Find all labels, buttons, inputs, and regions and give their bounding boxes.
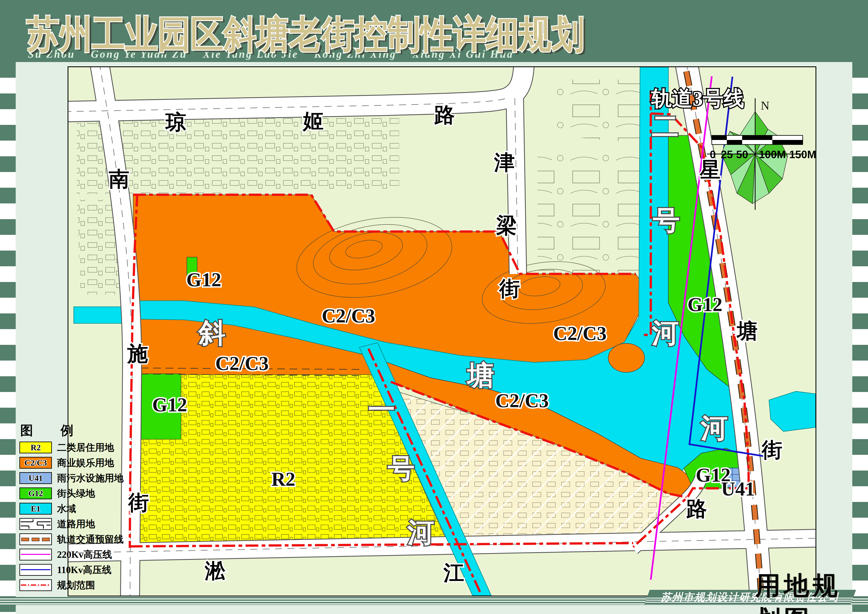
legend-row-road: 道路用地 — [17, 516, 174, 531]
zone-label-U41: U41 — [721, 478, 755, 500]
legend-row-e1: E1 水域 — [17, 500, 174, 516]
zone-label-G12-b: G12 — [152, 394, 187, 416]
street-char-tang-rd: 塘 — [736, 319, 758, 343]
scale-tick-50: 50 — [736, 149, 748, 160]
checker-border-right — [852, 62, 868, 614]
river-char-he-1: 河 — [701, 413, 728, 443]
legend-code: G12 — [28, 488, 43, 498]
street-char-jie-e: 街 — [761, 439, 783, 461]
street-char-jiang: 江 — [443, 561, 464, 585]
street-char-jie-m: 街 — [499, 277, 520, 300]
legend-row-rail: 轨道交通预留线 — [17, 531, 174, 546]
legend-label: 道路用地 — [57, 518, 95, 530]
legend-label: 220Kv高压线 — [57, 548, 112, 561]
street-char-shi: 施 — [127, 343, 148, 365]
zone-label-C2C3-a: C2/C3 — [322, 305, 375, 327]
legend-swatch-r2: R2 — [19, 442, 52, 453]
canal-char-hao-1: 号 — [388, 454, 415, 483]
legend-swatch-c2c3: C2/C3 — [19, 457, 52, 469]
street-char-nan: 南 — [109, 167, 129, 191]
legend-row-r2: R2 二类居住用地 — [17, 439, 174, 454]
legend-code: C2/C3 — [25, 458, 47, 468]
legend-row-110kv: 110Kv高压线 — [17, 561, 174, 577]
planning-map: N 0 25 50 100M 150M 轨道3号线 琼 姬 路 南 施 街 津 … — [68, 67, 815, 595]
legend-label: 规划范围 — [57, 579, 95, 592]
canal-char-yi: 一 — [368, 395, 395, 425]
scale-tick-150: 150M — [789, 149, 815, 160]
legend-title: 图 例 — [20, 422, 174, 439]
road-swatch-icon — [21, 519, 51, 529]
zone-label-R2: R2 — [271, 468, 295, 490]
legend-row-u41: U41 雨污水设施用地 — [17, 470, 174, 485]
street-char-ji: 姬 — [302, 110, 324, 133]
checker-border-left — [0, 62, 16, 614]
map-sheet-title: 用地规划图 — [755, 569, 868, 614]
zone-label-C2C3-d: C2/C3 — [495, 390, 549, 412]
legend-label: 轨道交通预留线 — [57, 533, 124, 546]
legend-swatch-g12: G12 — [19, 487, 52, 499]
legend-label: 街头绿地 — [57, 487, 95, 500]
zone-label-C2C3-c: C2/C3 — [553, 323, 607, 344]
river-char-tang: 塘 — [466, 361, 494, 390]
scale-tick-100: 100M — [759, 149, 786, 160]
street-char-lu-top: 路 — [434, 104, 455, 127]
river-char-er: 二 — [652, 112, 679, 141]
rail-line-label: 轨道3号线 — [651, 87, 744, 110]
legend-code: R2 — [31, 443, 41, 452]
zone-commercial-island — [608, 343, 645, 372]
canal-char-he-2: 河 — [407, 518, 434, 547]
north-label: N — [761, 99, 769, 112]
river-char-he-3: 河 — [651, 318, 679, 348]
legend: 图 例 R2 二类居住用地 C2/C3 商业娱乐用地 U41 雨污水设施用地 G… — [17, 422, 174, 592]
map-canvas: N 0 25 50 100M 150M 轨道3号线 琼 姬 路 南 施 街 津 … — [68, 67, 816, 597]
legend-row-220kv: 220Kv高压线 — [17, 546, 174, 561]
street-char-lu-se: 路 — [686, 498, 707, 520]
river-char-xie: 斜 — [198, 318, 225, 348]
zone-label-G12-c: G12 — [688, 293, 722, 315]
legend-label: 商业娱乐用地 — [57, 456, 114, 469]
legend-swatch-u41: U41 — [19, 472, 52, 484]
legend-label: 雨污水设施用地 — [57, 472, 124, 485]
legend-swatch-e1: E1 — [19, 503, 52, 515]
legend-label: 水域 — [57, 502, 76, 515]
legend-row-c2c3: C2/C3 商业娱乐用地 — [17, 454, 174, 470]
street-char-song: 淞 — [205, 560, 226, 582]
legend-code: E1 — [31, 504, 40, 513]
legend-code: U41 — [28, 473, 43, 483]
legend-label: 二类居住用地 — [57, 441, 114, 454]
legend-swatch-rail — [19, 533, 52, 545]
zone-label-C2C3-b: C2/C3 — [215, 352, 269, 374]
stream-west — [74, 307, 125, 323]
legend-swatch-110kv — [19, 564, 52, 576]
page-title: 苏州工业园区斜塘老街控制性详细规划 — [26, 14, 584, 55]
street-char-xing: 星 — [699, 158, 721, 181]
page-title-art: 苏州工业园区斜塘老街控制性详细规划 苏州工业园区斜塘老街控制性详细规划 — [0, 0, 868, 62]
legend-row-g12: G12 街头绿地 — [17, 485, 174, 500]
legend-swatch-boundary — [19, 579, 52, 591]
street-char-qiong: 琼 — [165, 111, 186, 134]
legend-label: 110Kv高压线 — [57, 564, 112, 576]
scale-tick-25: 25 — [721, 149, 733, 160]
legend-row-boundary: 规划范围 — [17, 577, 174, 592]
river-char-hao-2: 号 — [653, 206, 680, 235]
header-band: 苏州工业园区斜塘老街控制性详细规划 苏州工业园区斜塘老街控制性详细规划 Su Z… — [0, 0, 868, 62]
legend-swatch-220kv — [19, 549, 52, 560]
legend-swatch-road — [19, 518, 52, 530]
street-char-liang: 梁 — [496, 214, 517, 237]
zone-label-G12-a: G12 — [186, 269, 221, 291]
street-char-jin: 津 — [494, 151, 515, 174]
